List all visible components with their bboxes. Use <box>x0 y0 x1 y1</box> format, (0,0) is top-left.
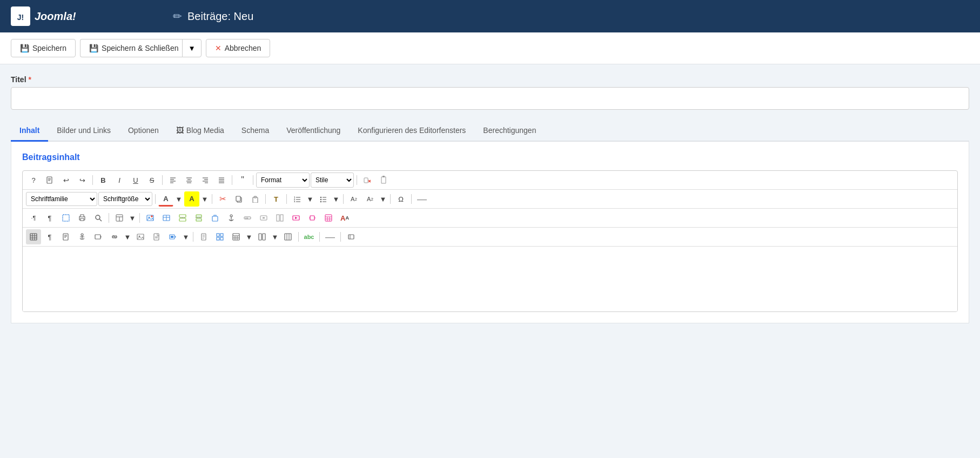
copy-button[interactable] <box>231 191 246 207</box>
readmore-button[interactable]: AA <box>240 210 255 225</box>
anchor-button[interactable] <box>224 210 239 225</box>
title-field-group: Titel * <box>11 75 969 110</box>
nonbreak-space-button[interactable]: ·¶ <box>26 210 41 225</box>
column2-dropdown[interactable]: ▼ <box>271 229 279 244</box>
column3-button[interactable] <box>280 229 296 244</box>
fontcolor2-button[interactable]: AA <box>337 210 352 225</box>
plugin2-button[interactable] <box>305 210 320 225</box>
align-justify-button[interactable] <box>214 172 229 188</box>
grid-button[interactable] <box>212 229 227 244</box>
font-family-select[interactable]: Schriftfamilie Arial Times New Roman Cou… <box>26 192 97 206</box>
paste-format-button[interactable] <box>376 172 391 188</box>
column-button[interactable] <box>254 229 270 244</box>
italic-button[interactable]: I <box>112 172 127 188</box>
subscript-button[interactable]: A2 <box>346 191 361 207</box>
save-close-dropdown[interactable]: ▼ <box>182 39 201 57</box>
align-center-button[interactable] <box>182 172 197 188</box>
cancel-button[interactable]: ✕ Abbrechen <box>206 39 271 57</box>
cancel-label: Abbrechen <box>225 44 261 52</box>
media3-button[interactable] <box>288 210 304 225</box>
para-button[interactable]: ¶ <box>42 210 57 225</box>
tab-optionen[interactable]: Optionen <box>119 121 167 142</box>
img-button1[interactable] <box>143 210 158 225</box>
hr2-button[interactable]: — <box>323 229 338 244</box>
ordered-list-dropdown[interactable]: ▼ <box>306 191 314 207</box>
plugin3-button[interactable] <box>196 229 211 244</box>
box-button[interactable] <box>344 229 359 244</box>
font-color-button[interactable]: A <box>158 191 173 207</box>
tab-bilder[interactable]: Bilder und Links <box>48 121 119 142</box>
page-break-button[interactable] <box>175 210 190 225</box>
print-button[interactable] <box>75 210 90 225</box>
file2-button[interactable] <box>149 229 164 244</box>
editor-body[interactable] <box>23 247 957 311</box>
svg-line-47 <box>99 219 102 221</box>
special-chars-button[interactable]: Ω <box>393 191 408 207</box>
anchor2-button[interactable] <box>75 229 90 244</box>
table6-button[interactable] <box>229 229 244 244</box>
undo-button[interactable]: ↩ <box>58 172 73 188</box>
unordered-list-dropdown[interactable]: ▼ <box>332 191 340 207</box>
save-close-button[interactable]: 💾 Speichern & Schließen <box>80 39 187 57</box>
sep-r2-6 <box>390 194 391 204</box>
new-doc-button[interactable] <box>42 172 57 188</box>
insert-table-button[interactable]: T <box>269 191 284 207</box>
table4-button[interactable] <box>321 210 336 225</box>
save-button[interactable]: 💾 Speichern <box>11 39 76 57</box>
table7-dropdown[interactable]: ▼ <box>245 229 253 244</box>
styles-select[interactable]: Stile <box>311 172 354 188</box>
strikethrough-button[interactable]: S <box>144 172 159 188</box>
superscript-button[interactable]: A2 <box>363 191 378 207</box>
highlight-dropdown[interactable]: ▼ <box>200 191 209 207</box>
format-select[interactable]: Format Absatz Überschrift 1 Überschrift … <box>256 172 310 188</box>
doc2-button[interactable] <box>58 229 73 244</box>
align-left-button[interactable] <box>165 172 180 188</box>
redo-button[interactable]: ↪ <box>75 172 90 188</box>
link-dropdown[interactable]: ▼ <box>123 229 132 244</box>
scissors-button[interactable]: ✂ <box>215 191 230 207</box>
underline-button[interactable]: U <box>128 172 143 188</box>
bold-button[interactable]: B <box>96 172 111 188</box>
table5-button[interactable] <box>26 229 41 244</box>
help-button[interactable]: ? <box>26 172 41 188</box>
template-button[interactable] <box>112 210 127 225</box>
font-color-dropdown[interactable]: ▼ <box>174 191 183 207</box>
video-button[interactable] <box>91 229 106 244</box>
tab-berechtigungen[interactable]: Berechtigungen <box>474 121 545 142</box>
table3-button[interactable] <box>272 210 287 225</box>
media5-dropdown[interactable]: ▼ <box>182 229 190 244</box>
svg-rect-44 <box>80 215 84 217</box>
find-button[interactable] <box>91 210 106 225</box>
sup-dropdown[interactable]: ▼ <box>379 191 387 207</box>
tab-schema[interactable]: Schema <box>233 121 278 142</box>
img-table-button[interactable] <box>159 210 174 225</box>
module2-button[interactable] <box>256 210 271 225</box>
clipboard-button[interactable] <box>247 191 263 207</box>
highlight-button[interactable]: A <box>184 191 199 207</box>
module-button[interactable] <box>207 210 223 225</box>
save-icon: 💾 <box>20 44 29 52</box>
tab-konfigurieren[interactable]: Konfigurieren des Editorfensters <box>349 121 474 142</box>
template-dropdown[interactable]: ▼ <box>128 210 137 225</box>
tab-konfigurieren-label: Konfigurieren des Editorfensters <box>358 126 466 135</box>
select-all-button[interactable] <box>58 210 73 225</box>
page-break2-button[interactable] <box>191 210 206 225</box>
link-button[interactable] <box>107 229 122 244</box>
tab-inhalt[interactable]: Inhalt <box>11 121 48 142</box>
align-right-button[interactable] <box>198 172 213 188</box>
tab-veroeffentlichung[interactable]: Veröffentlichung <box>278 121 349 142</box>
title-input[interactable] <box>11 87 969 110</box>
font-size-select[interactable]: Schriftgröße 8pt 10pt 12pt 14pt <box>98 192 152 206</box>
clear-format-button[interactable] <box>360 172 375 188</box>
tab-blog[interactable]: 🖼 Blog Media <box>167 121 233 142</box>
svg-point-38 <box>320 199 321 200</box>
image3-button[interactable] <box>133 229 148 244</box>
para2-button[interactable]: ¶ <box>42 229 57 244</box>
unordered-list-button[interactable] <box>316 191 331 207</box>
ordered-list-button[interactable]: 1.2.3. <box>290 191 305 207</box>
svg-rect-58 <box>179 215 186 217</box>
hr-button[interactable]: — <box>414 191 429 207</box>
media4-button[interactable] <box>165 229 180 244</box>
spell-button[interactable]: abc <box>301 229 317 244</box>
blockquote-button[interactable]: " <box>235 172 250 188</box>
